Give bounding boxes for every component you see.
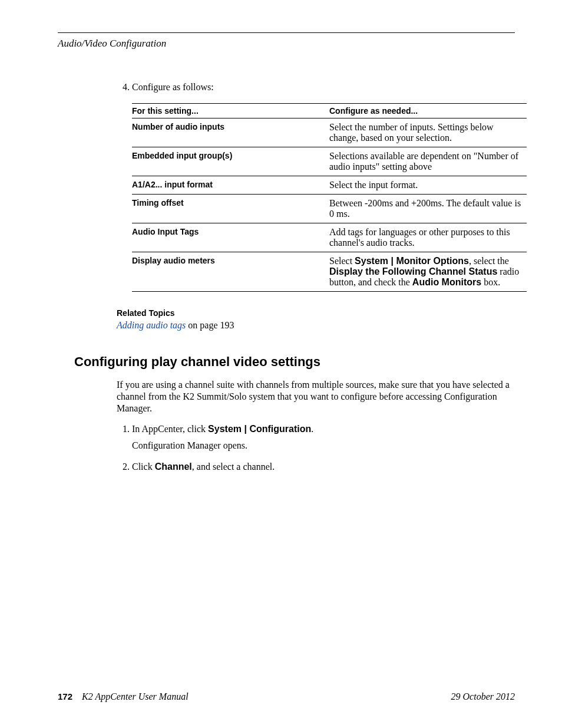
table-row: Display audio meters Select System | Mon… [132,252,527,292]
page-number: 172 [58,691,72,701]
setting-config: Select the input format. [329,176,527,195]
text: Select [329,256,355,266]
header-rule [58,32,515,33]
setting-name: Timing offset [132,195,329,223]
section-heading: Configuring play channel video settings [74,354,515,370]
step-2-number: 2. [117,462,130,472]
table-row: Audio Input Tags Add tags for languages … [132,223,527,252]
running-head: Audio/Video Configuration [58,38,515,50]
bold-text: Audio Monitors [412,277,481,287]
table-row: Number of audio inputs Select the number… [132,118,527,147]
text: , select the [469,256,509,266]
table-head-setting: For this setting... [132,104,329,118]
setting-name: Display audio meters [132,252,329,292]
related-topics-item: Adding audio tags on page 193 [117,320,515,331]
setting-name: Embedded input group(s) [132,147,329,176]
bold-text: System | Configuration [208,424,311,434]
section-intro: If you are using a channel suite with ch… [117,379,515,414]
text: Click [132,462,155,472]
setting-name: Number of audio inputs [132,118,329,147]
related-link[interactable]: Adding audio tags [117,320,186,330]
setting-config: Between -200ms and +200ms. The default v… [329,195,527,223]
step-4: 4. Configure as follows: [117,82,515,93]
setting-config: Selections available are dependent on "N… [329,147,527,176]
manual-title: K2 AppCenter User Manual [82,691,189,701]
step-2-text: Click Channel, and select a channel. [132,462,275,472]
footer-date: 29 October 2012 [451,691,515,702]
step-1-result: Configuration Manager opens. [132,440,515,451]
bold-text: System | Monitor Options [355,256,469,266]
setting-name: A1/A2... input format [132,176,329,195]
step-1: 1. In AppCenter, click System | Configur… [117,424,515,434]
bold-text: Channel [155,462,192,472]
setting-config: Select System | Monitor Options, select … [329,252,527,292]
bold-text: Display the Following Channel Status [329,266,497,276]
text: . [311,424,313,434]
page-footer: 172 K2 AppCenter User Manual 29 October … [58,691,515,702]
config-table: For this setting... Configure as needed.… [132,103,527,292]
table-row: A1/A2... input format Select the input f… [132,176,527,195]
table-row: Timing offset Between -200ms and +200ms.… [132,195,527,223]
text: , and select a channel. [192,462,275,472]
text: In AppCenter, click [132,424,208,434]
text: box. [481,277,500,287]
table-head-config: Configure as needed... [329,104,527,118]
setting-name: Audio Input Tags [132,223,329,252]
setting-config: Select the number of inputs. Settings be… [329,118,527,147]
related-link-suffix: on page 193 [186,320,234,330]
step-1-text: In AppCenter, click System | Configurati… [132,424,313,434]
step-1-number: 1. [117,424,130,434]
setting-config: Add tags for languages or other purposes… [329,223,527,252]
table-row: Embedded input group(s) Selections avail… [132,147,527,176]
step-4-number: 4. [117,82,130,93]
step-4-text: Configure as follows: [132,82,214,93]
step-2: 2. Click Channel, and select a channel. [117,462,515,472]
related-topics-title: Related Topics [117,308,515,318]
